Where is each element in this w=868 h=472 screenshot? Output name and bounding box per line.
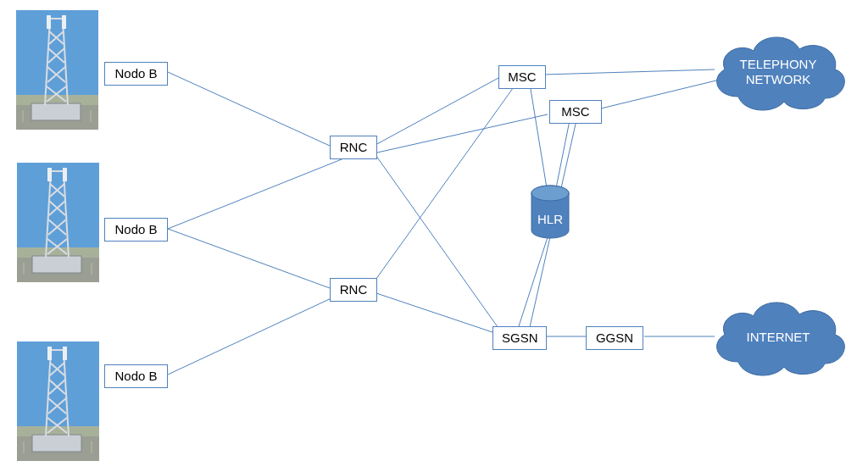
telephony-label: TELEPHONY NETWORK [740,57,817,87]
label-msc-2: MSC [549,100,602,124]
svg-rect-34 [47,15,51,29]
label-rnc-1: RNC [330,136,377,159]
svg-line-6 [374,153,500,330]
svg-rect-73 [63,347,67,360]
svg-rect-53 [47,168,52,181]
svg-line-7 [374,85,515,282]
hlr-label: HLR [530,212,570,226]
label-nodo-b-1: Nodo B [104,62,168,86]
label-nodo-b-3: Nodo B [104,364,168,388]
svg-line-8 [374,292,492,332]
svg-rect-55 [17,342,99,426]
tower-image-1 [16,10,98,130]
svg-point-75 [531,186,569,201]
svg-line-12 [556,120,570,188]
svg-line-3 [168,297,335,375]
svg-rect-39 [32,256,81,273]
svg-rect-36 [17,163,99,247]
svg-rect-54 [63,168,67,181]
label-ggsn: GGSN [586,326,643,350]
label-sgsn: SGSN [492,326,547,350]
internet-label: INTERNET [747,330,810,345]
svg-line-9 [543,69,715,75]
telephony-cloud: TELEPHONY NETWORK [706,27,850,117]
svg-line-5 [377,114,548,153]
internet-cloud: INTERNET [706,292,850,382]
label-nodo-b-2: Nodo B [104,218,168,242]
svg-line-0 [168,72,330,146]
svg-rect-58 [32,435,81,452]
svg-rect-20 [31,103,81,120]
svg-line-1 [168,156,350,229]
label-msc-1: MSC [498,65,546,89]
label-rnc-2: RNC [330,278,377,302]
svg-rect-17 [16,10,98,95]
svg-line-11 [530,84,547,188]
svg-line-4 [374,78,498,146]
svg-line-13 [519,237,548,326]
hlr-database: HLR [530,185,570,239]
svg-rect-72 [47,347,52,360]
svg-line-2 [168,229,330,288]
svg-rect-35 [62,15,66,29]
tower-image-3 [17,342,99,461]
svg-line-10 [601,80,720,108]
diagram-canvas: Nodo B Nodo B Nodo B RNC RNC MSC MSC SGS… [0,0,868,472]
tower-image-2 [17,163,99,282]
